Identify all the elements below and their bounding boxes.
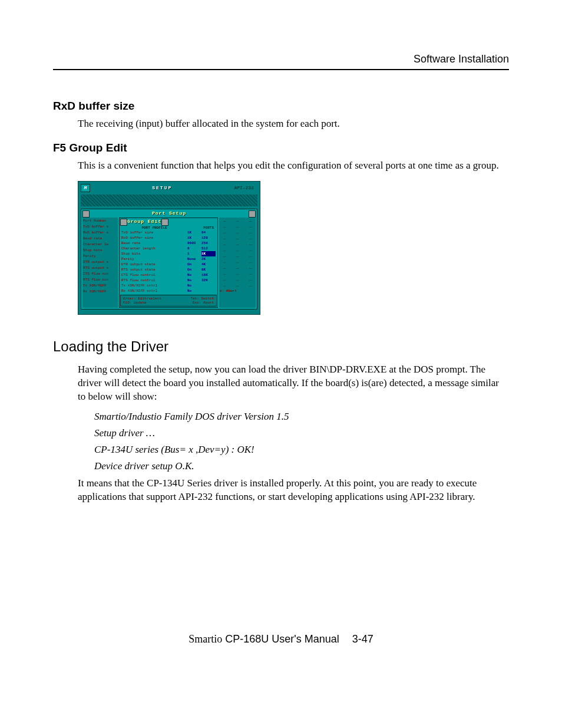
profile-option: 512	[201, 246, 216, 251]
profile-label: DTR output state	[121, 262, 187, 267]
profile-value: 1	[187, 251, 201, 256]
loading-intro: Having completed the setup, now you can …	[78, 363, 509, 404]
driver-message-line-2: Setup driver …	[94, 427, 509, 439]
port-field-label: RxD buffer s	[83, 230, 117, 236]
driver-message-line-3: CP-134U series (Bus= x ,Dev=y) : OK!	[94, 444, 509, 456]
terminal-background-pattern	[81, 195, 257, 206]
profile-value: 9600	[187, 241, 201, 246]
col-ports: PORTS	[201, 226, 216, 230]
driver-message-line-4: Device driver setup O.K.	[94, 460, 509, 472]
profile-option	[201, 288, 216, 294]
profile-row: Stop bits11K	[120, 251, 217, 256]
profile-option: 4K	[201, 262, 216, 267]
profile-label: Tx XON/XOFF cntrl	[121, 283, 187, 288]
profile-value: None	[187, 256, 201, 262]
window-control-icon	[120, 219, 127, 226]
group-edit-title: Group Edit	[127, 219, 161, 225]
moxa-logo-icon: M	[81, 184, 90, 192]
profile-row: Rx XON/XOFF cntrlNo	[120, 288, 217, 294]
profile-row: RTS output stateOn8K	[120, 267, 217, 272]
f5-description: This is a convenient function that helps…	[78, 159, 509, 173]
footer-smartio: Smartio	[189, 633, 222, 645]
profile-row: Baud rate9600256	[120, 241, 217, 246]
footer-manual-title: CP-168U User's Manual	[222, 633, 339, 645]
profile-label: RxD buffer size	[121, 235, 187, 241]
window-control-icon	[249, 210, 256, 218]
hint-enter: Enter: Edit/select	[123, 297, 161, 301]
profile-row: TxD buffer size1K64	[120, 230, 217, 235]
running-header: Software Installation	[53, 53, 509, 70]
profile-label: Baud rate	[121, 241, 187, 246]
group-edit-panel: Group Edit PORT PROFILE PORTS TxD buffer…	[119, 218, 218, 308]
port-field-label: RTS flow con	[83, 277, 117, 283]
driver-message-line-1: Smartio/Industio Family DOS driver Versi…	[94, 411, 509, 423]
heading-f5-group-edit: F5 Group Edit	[53, 141, 509, 154]
profile-label: TxD buffer size	[121, 230, 187, 235]
profile-option: 8K	[201, 267, 216, 272]
setup-terminal-screenshot: M SETUP API-232 Port Setup Port NumberTx…	[78, 181, 260, 315]
profile-option: 2K	[201, 256, 216, 262]
profile-label: CTS flow control	[121, 272, 187, 278]
profile-row: ParityNone2K	[120, 256, 217, 262]
col-port-profile: PORT PROFILE	[121, 226, 187, 230]
profile-row: Character length8512	[120, 246, 217, 251]
dash-row: ———	[220, 253, 255, 259]
profile-row: Tx XON/XOFF cntrlNo	[120, 283, 217, 288]
terminal-hint-bar: Enter: Edit/select Tab: Switch F10: Upda…	[120, 295, 217, 307]
dash-row: ———	[220, 265, 255, 271]
port-field-label: RTS output s	[83, 265, 117, 271]
terminal-api-label: API-232	[234, 185, 254, 191]
terminal-title: SETUP	[90, 185, 234, 191]
dash-row: ———	[220, 248, 255, 253]
port-field-label: Baud rate	[83, 236, 117, 242]
hint-f10: F10: Update	[123, 301, 147, 305]
profile-option: 32K	[201, 278, 216, 283]
profile-option	[201, 283, 216, 288]
page-footer: Smartio CP-168U User's Manual3-47	[0, 633, 562, 645]
port-field-label: TxD buffer s	[83, 224, 117, 230]
dash-row: ———	[220, 242, 255, 248]
port-field-label: Character le	[83, 242, 117, 248]
profile-row: RxD buffer size1K128	[120, 235, 217, 241]
dash-row: ———	[220, 224, 255, 230]
dash-row: ———	[220, 218, 255, 224]
profile-option: 128	[201, 235, 216, 241]
dash-row: ———	[220, 259, 255, 265]
dash-row: ———	[220, 271, 255, 277]
profile-option: 64	[201, 230, 216, 235]
port-field-label: Tx XON/XOFF	[83, 283, 117, 289]
profile-value: On	[187, 262, 201, 267]
profile-option: 1K	[201, 251, 216, 256]
port-columns-placeholder: ————————————————————————————————————c: A…	[219, 218, 256, 308]
window-control-icon	[161, 219, 168, 226]
profile-option: 256	[201, 241, 216, 246]
footer-page-number: 3-47	[352, 633, 373, 645]
hint-esc: Esc: Abort	[193, 301, 214, 305]
hint-tab: Tab: Switch	[190, 297, 214, 301]
profile-label: Parity	[121, 256, 187, 262]
terminal-titlebar: M SETUP API-232	[81, 184, 257, 192]
profile-label: RTS flow control	[121, 278, 187, 283]
profile-value: No	[187, 278, 201, 283]
heading-rxd-buffer-size: RxD buffer size	[53, 100, 509, 113]
profile-value: 1K	[187, 235, 201, 241]
profile-value: No	[187, 272, 201, 278]
port-setup-panel: Port Setup Port NumberTxD buffer sRxD bu…	[81, 209, 257, 310]
dash-row: ———	[220, 230, 255, 236]
port-setup-title: Port Setup	[90, 210, 249, 216]
port-field-label: DTR output s	[83, 259, 117, 265]
port-field-label: Parity	[83, 253, 117, 259]
profile-value: No	[187, 283, 201, 288]
port-field-label: CTS flow con	[83, 271, 117, 277]
heading-loading-the-driver: Loading the Driver	[53, 338, 509, 355]
dash-row: ———	[220, 283, 255, 289]
port-field-labels: Port NumberTxD buffer sRxD buffer sBaud …	[82, 218, 118, 308]
profile-label: Rx XON/XOFF cntrl	[121, 288, 187, 294]
group-edit-headers: PORT PROFILE PORTS	[120, 226, 217, 230]
rxd-description: The receiving (input) buffer allocated i…	[78, 117, 509, 131]
profile-option: 16K	[201, 272, 216, 278]
dash-row: ———	[220, 277, 255, 283]
profile-row: RTS flow controlNo32K	[120, 278, 217, 283]
profile-label: Stop bits	[121, 251, 187, 256]
loading-conclusion: It means that the CP-134U Series driver …	[78, 477, 509, 504]
